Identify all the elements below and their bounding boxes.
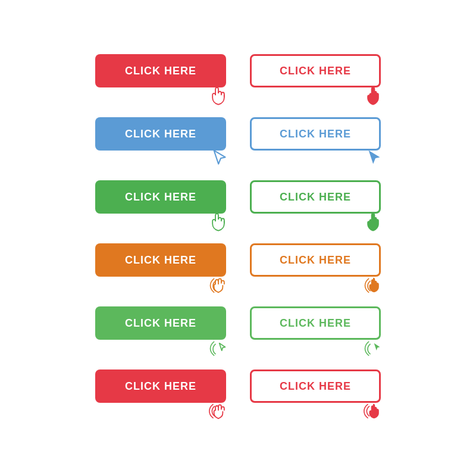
icon-wrap-6 — [253, 211, 384, 233]
touch-outline-icon-7 — [208, 274, 229, 296]
btn-group-4: CLICK HERE — [250, 117, 381, 170]
button-grid: CLICK HERE CLICK HERE CLICK HERE — [83, 42, 393, 434]
btn-group-5: CLICK HERE — [95, 180, 226, 233]
icon-wrap-12 — [253, 400, 384, 422]
icon-wrap-2 — [253, 85, 384, 107]
click-here-btn-5[interactable]: CLICK HERE — [95, 180, 226, 214]
icon-wrap-4 — [253, 148, 384, 170]
btn-group-6: CLICK HERE — [250, 180, 381, 233]
touch-arrow-filled-icon-10 — [362, 337, 384, 359]
icon-wrap-8 — [253, 274, 384, 296]
icon-wrap-11 — [98, 400, 229, 422]
touch-filled-icon-8 — [362, 274, 384, 296]
click-here-btn-9[interactable]: CLICK HERE — [95, 306, 226, 340]
btn-group-12: CLICK HERE — [250, 369, 381, 422]
click-here-btn-12[interactable]: CLICK HERE — [250, 369, 381, 403]
icon-wrap-5 — [98, 211, 229, 233]
btn-group-11: CLICK HERE — [95, 369, 226, 422]
btn-group-8: CLICK HERE — [250, 243, 381, 296]
click-here-btn-7[interactable]: CLICK HERE — [95, 243, 226, 277]
touch-hand-filled-icon-12 — [362, 400, 384, 422]
btn-group-7: CLICK HERE — [95, 243, 226, 296]
btn-group-9: CLICK HERE — [95, 306, 226, 359]
hand-filled-icon-2 — [362, 85, 384, 107]
click-here-btn-8[interactable]: CLICK HERE — [250, 243, 381, 277]
icon-wrap-10 — [253, 337, 384, 359]
click-here-btn-4[interactable]: CLICK HERE — [250, 117, 381, 151]
arrow-outline-icon-3 — [211, 148, 229, 170]
hand-outline-icon-1 — [208, 85, 229, 107]
icon-wrap-9 — [98, 337, 229, 359]
click-here-btn-3[interactable]: CLICK HERE — [95, 117, 226, 151]
touch-hand-outline-icon-11 — [208, 400, 229, 422]
icon-wrap-7 — [98, 274, 229, 296]
btn-group-3: CLICK HERE — [95, 117, 226, 170]
btn-group-1: CLICK HERE — [95, 54, 226, 107]
click-here-btn-2[interactable]: CLICK HERE — [250, 54, 381, 87]
click-here-btn-10[interactable]: CLICK HERE — [250, 306, 381, 340]
click-here-btn-6[interactable]: CLICK HERE — [250, 180, 381, 214]
touch-arrow-outline-icon-9 — [208, 337, 229, 359]
icon-wrap-3 — [98, 148, 229, 170]
click-here-btn-1[interactable]: CLICK HERE — [95, 54, 226, 87]
click-here-btn-11[interactable]: CLICK HERE — [95, 369, 226, 403]
btn-group-2: CLICK HERE — [250, 54, 381, 107]
icon-wrap-1 — [98, 85, 229, 107]
hand-outline-icon-5 — [208, 211, 229, 233]
hand-filled-icon-6 — [362, 211, 384, 233]
arrow-filled-icon-4 — [366, 148, 384, 170]
btn-group-10: CLICK HERE — [250, 306, 381, 359]
